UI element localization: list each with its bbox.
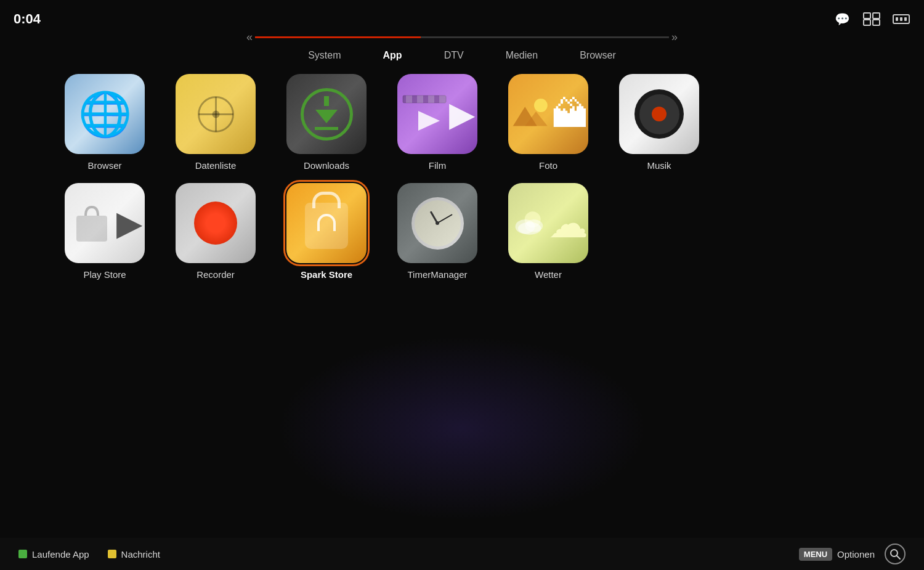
- downloads-icon-inner: [301, 88, 353, 140]
- nachricht-dot: [108, 550, 116, 558]
- svg-rect-7: [904, 17, 907, 21]
- laufende-app-dot: [18, 550, 27, 558]
- tab-browser[interactable]: Browser: [577, 49, 618, 62]
- tab-system[interactable]: System: [306, 49, 343, 62]
- tab-medien[interactable]: Medien: [503, 49, 540, 62]
- legend-laufende-app: Laufende App: [18, 549, 89, 560]
- sparkstore-label: Spark Store: [301, 269, 352, 280]
- sparkstore-bag: [305, 203, 348, 249]
- top-right-icons: 💬: [832, 9, 912, 30]
- app-wetter[interactable]: Wetter: [505, 183, 591, 280]
- svg-rect-0: [864, 13, 870, 18]
- app-recorder[interactable]: Recorder: [172, 183, 259, 280]
- svg-rect-3: [873, 20, 880, 25]
- wetter-icon: [508, 183, 588, 263]
- browser-icon: [65, 74, 145, 154]
- app-row-2: Play Store Recorder Spark Store: [62, 183, 862, 280]
- bottom-bar: Laufende App Nachricht MENU Optionen: [0, 538, 924, 570]
- datenliste-icon: [176, 74, 256, 154]
- nav-arrow-left[interactable]: «: [246, 31, 253, 44]
- dl-arrow: [315, 110, 338, 123]
- svg-point-22: [534, 99, 548, 112]
- recorder-inner: [194, 202, 237, 245]
- datenliste-label: Datenliste: [195, 160, 237, 171]
- app-datenliste[interactable]: Datenliste: [172, 74, 259, 171]
- svg-rect-23: [76, 216, 107, 242]
- svg-rect-17: [439, 96, 446, 103]
- app-browser[interactable]: Browser: [62, 74, 148, 171]
- menu-button[interactable]: MENU: [799, 548, 832, 561]
- notification-icon[interactable]: 💬: [832, 9, 853, 30]
- svg-rect-2: [864, 20, 870, 25]
- nav-arrow-right[interactable]: »: [671, 31, 678, 44]
- timer-min-hand: [437, 214, 453, 224]
- dl-line: [324, 96, 329, 106]
- downloads-label: Downloads: [304, 160, 349, 171]
- nav-track: « »: [246, 31, 678, 44]
- app-sparkstore[interactable]: Spark Store: [283, 183, 370, 280]
- app-musik[interactable]: Musik: [616, 74, 702, 171]
- film-icon: [397, 74, 477, 154]
- laufende-app-label: Laufende App: [32, 549, 89, 560]
- svg-rect-16: [428, 96, 434, 103]
- svg-line-29: [897, 556, 901, 560]
- navbar: « » System App DTV Medien Browser: [0, 31, 924, 62]
- svg-rect-1: [873, 13, 880, 18]
- musik-center: [652, 107, 667, 121]
- recorder-label: Recorder: [197, 269, 235, 280]
- dl-base: [315, 127, 338, 130]
- nav-tabs: System App DTV Medien Browser: [306, 49, 618, 62]
- clock-display: 0:04: [14, 11, 41, 27]
- search-button[interactable]: [885, 544, 906, 564]
- sparkstore-icon: [286, 183, 367, 263]
- sparkstore-handle: [317, 214, 336, 231]
- browser-label: Browser: [87, 160, 121, 171]
- nachricht-label: Nachricht: [121, 549, 160, 560]
- svg-rect-15: [417, 96, 423, 103]
- menu-label: MENU: [804, 550, 827, 559]
- musik-icon: [619, 74, 699, 154]
- foto-icon: [508, 74, 588, 154]
- legend-nachricht: Nachricht: [108, 549, 160, 560]
- svg-rect-5: [896, 17, 898, 21]
- svg-rect-6: [900, 17, 902, 21]
- tab-dtv[interactable]: DTV: [442, 49, 466, 62]
- nav-progress-bar: [255, 36, 669, 38]
- svg-point-11: [212, 110, 219, 118]
- svg-marker-18: [418, 111, 440, 131]
- options-label: Optionen: [837, 549, 875, 560]
- downloads-icon: [286, 74, 367, 154]
- app-film[interactable]: Film: [394, 74, 480, 171]
- playstore-icon: [65, 183, 145, 263]
- svg-point-27: [518, 222, 541, 235]
- svg-rect-14: [406, 96, 412, 103]
- app-grid: Browser Datenliste: [0, 74, 924, 280]
- timer-inner: [415, 200, 461, 246]
- app-downloads[interactable]: Downloads: [283, 74, 370, 171]
- memory-icon[interactable]: [891, 9, 912, 30]
- nav-progress-fill: [255, 36, 421, 38]
- timer-center-dot: [436, 221, 439, 225]
- foto-label: Foto: [539, 160, 557, 171]
- recorder-icon: [176, 183, 256, 263]
- app-timermanager[interactable]: TimerManager: [394, 183, 480, 280]
- grid-icon[interactable]: [861, 9, 882, 30]
- timer-face: [411, 197, 464, 250]
- app-row-1: Browser Datenliste: [62, 74, 862, 171]
- playstore-label: Play Store: [83, 269, 126, 280]
- timermanager-label: TimerManager: [408, 269, 468, 280]
- musik-label: Musik: [647, 160, 671, 171]
- app-playstore[interactable]: Play Store: [62, 183, 148, 280]
- tab-app[interactable]: App: [381, 49, 405, 62]
- timermanager-icon: [397, 183, 477, 263]
- musik-disc: [634, 89, 684, 139]
- wetter-label: Wetter: [535, 269, 562, 280]
- app-foto[interactable]: Foto: [505, 74, 591, 171]
- film-label: Film: [429, 160, 446, 171]
